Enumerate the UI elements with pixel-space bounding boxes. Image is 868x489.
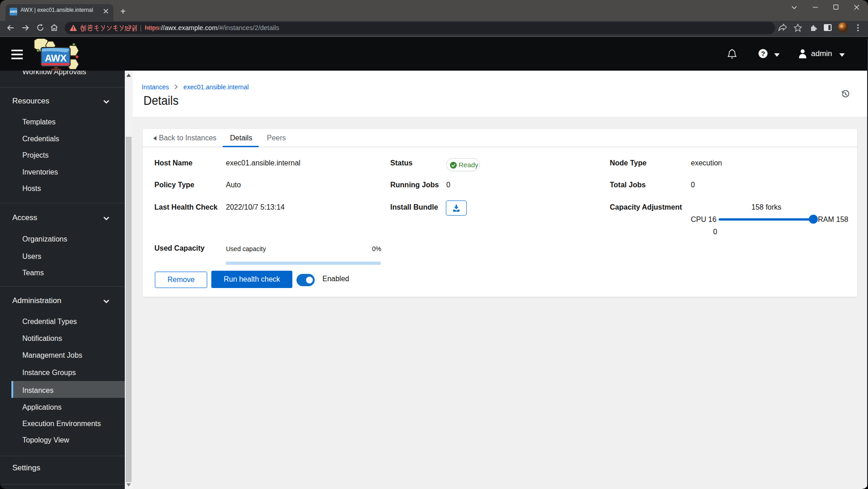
svg-text:AWX: AWX [45, 53, 67, 64]
svg-text:?: ? [761, 50, 765, 57]
